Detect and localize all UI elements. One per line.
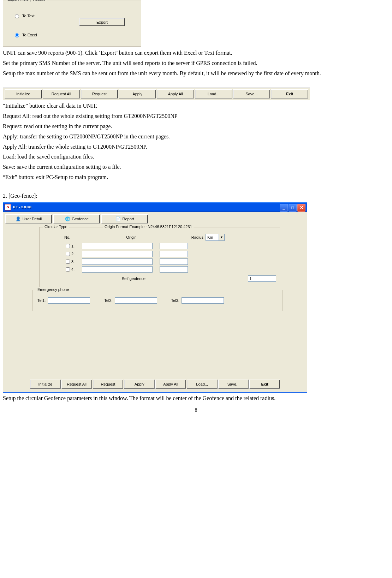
body-text: Apply All: transfer the whole setting to… bbox=[3, 143, 389, 151]
window-toolbar: Initialize Request All Request Apply App… bbox=[30, 380, 280, 389]
load-button[interactable]: Load... bbox=[187, 380, 218, 389]
row2-no: 2. bbox=[71, 252, 82, 256]
chevron-down-icon: ▼ bbox=[219, 234, 224, 240]
close-icon: ✕ bbox=[300, 205, 303, 210]
initialize-button[interactable]: Initialize bbox=[30, 380, 61, 389]
window-title: GT-2000 bbox=[13, 205, 32, 209]
apply-button[interactable]: Apply bbox=[124, 380, 155, 389]
save-button[interactable]: Save... bbox=[233, 89, 271, 99]
row1-radius-input[interactable] bbox=[160, 243, 188, 249]
section-heading: 2. [Geo-fence]: bbox=[3, 192, 389, 201]
minimize-button[interactable]: _ bbox=[280, 204, 288, 212]
origin-example-text: Origin Format Example : N2446.5321E12120… bbox=[103, 225, 194, 229]
row2-origin-input[interactable] bbox=[82, 251, 153, 257]
request-all-button[interactable]: Request All bbox=[43, 89, 80, 99]
radio-to-excel[interactable]: To Excel bbox=[13, 32, 37, 37]
circular-type-groupbox: Circular Type Origin Format Example : N2… bbox=[39, 227, 280, 287]
tel1-label: Tel1: bbox=[37, 298, 46, 303]
row3-checkbox[interactable] bbox=[66, 260, 70, 264]
tel3-label: Tel3: bbox=[171, 298, 179, 303]
apply-all-button[interactable]: Apply All bbox=[157, 89, 194, 99]
body-text: “Exit” button: exit PC-Setup to main pro… bbox=[3, 173, 389, 182]
row4-radius-input[interactable] bbox=[160, 266, 188, 273]
report-icon: 📄 bbox=[115, 216, 121, 222]
gt2000-window: G GT-2000 _ □ ✕ 👤 User Detail 🌐 Geofence bbox=[3, 202, 307, 393]
radius-unit-value: Km bbox=[207, 235, 213, 239]
radio-to-excel-input[interactable] bbox=[15, 33, 19, 37]
close-button[interactable]: ✕ bbox=[297, 204, 305, 212]
tel3-input[interactable] bbox=[182, 297, 224, 304]
radio-to-text-label: To Text bbox=[22, 14, 35, 18]
self-geofence-label: Self geofence bbox=[43, 276, 153, 281]
radius-header: Radius bbox=[167, 235, 206, 239]
emergency-legend: Emergency phone bbox=[36, 287, 70, 292]
export-button[interactable]: Export bbox=[79, 18, 125, 26]
body-text: Save: save the current configuration set… bbox=[3, 163, 389, 172]
tab-user-detail[interactable]: 👤 User Detail bbox=[5, 214, 52, 224]
request-button[interactable]: Request bbox=[81, 89, 118, 99]
circular-legend: Circular Type bbox=[43, 225, 69, 229]
body-text: Load: load the saved configuration files… bbox=[3, 153, 389, 161]
body-text: Request All: read out the whole existing… bbox=[3, 112, 389, 121]
tabs-row: 👤 User Detail 🌐 Geofence 📄 Report bbox=[5, 214, 305, 224]
globe-icon: 🌐 bbox=[65, 216, 70, 222]
row3-origin-input[interactable] bbox=[82, 258, 153, 265]
apply-all-button[interactable]: Apply All bbox=[155, 380, 186, 389]
row2-checkbox[interactable] bbox=[66, 252, 70, 256]
tab-report[interactable]: 📄 Report bbox=[101, 214, 148, 224]
minimize-icon: _ bbox=[283, 205, 285, 210]
self-geofence-input[interactable] bbox=[248, 275, 276, 282]
body-text: Setup the circular Geofence parameters i… bbox=[3, 394, 389, 403]
request-all-button[interactable]: Request All bbox=[61, 380, 92, 389]
save-button[interactable]: Save... bbox=[218, 380, 249, 389]
apply-button[interactable]: Apply bbox=[119, 89, 156, 99]
radio-to-text-input[interactable] bbox=[15, 14, 19, 18]
tel2-input[interactable] bbox=[115, 297, 157, 304]
body-text: Setup the max number of the SMS can be s… bbox=[3, 69, 389, 78]
emergency-phone-groupbox: Emergency phone Tel1: Tel2: Tel3: bbox=[32, 290, 283, 311]
row1-origin-input[interactable] bbox=[82, 243, 153, 249]
maximize-icon: □ bbox=[291, 205, 294, 210]
exit-button[interactable]: Exit bbox=[271, 89, 308, 99]
row4-no: 4. bbox=[71, 267, 82, 272]
tab-geofence[interactable]: 🌐 Geofence bbox=[53, 214, 100, 224]
tel1-input[interactable] bbox=[48, 297, 90, 304]
page-number: 8 bbox=[3, 407, 389, 413]
no-header: No. bbox=[64, 235, 96, 239]
row1-checkbox[interactable] bbox=[66, 244, 70, 248]
user-icon: 👤 bbox=[16, 216, 21, 222]
row4-checkbox[interactable] bbox=[66, 267, 70, 272]
radius-unit-select[interactable]: Km ▼ bbox=[206, 234, 225, 241]
tel2-label: Tel2: bbox=[104, 298, 112, 303]
main-toolbar: Initialize Request All Request Apply App… bbox=[3, 88, 310, 100]
row3-no: 3. bbox=[71, 260, 82, 264]
titlebar[interactable]: G GT-2000 _ □ ✕ bbox=[3, 202, 307, 212]
row2-radius-input[interactable] bbox=[160, 251, 188, 257]
app-icon: G bbox=[5, 204, 11, 210]
origin-header: Origin bbox=[96, 235, 167, 239]
initialize-button[interactable]: Initialize bbox=[5, 89, 42, 99]
export-legend: Export History Record bbox=[6, 0, 47, 1]
tab-label: Geofence bbox=[72, 217, 89, 221]
request-button[interactable]: Request bbox=[93, 380, 124, 389]
row1-no: 1. bbox=[71, 244, 82, 248]
tab-label: Report bbox=[122, 217, 134, 221]
body-text: “Initialize” button: clear all data in U… bbox=[3, 102, 389, 111]
maximize-button[interactable]: □ bbox=[289, 204, 297, 212]
body-text: Set the primary SMS Number of the server… bbox=[3, 59, 389, 68]
row3-radius-input[interactable] bbox=[160, 258, 188, 265]
export-history-groupbox: Export History Record To Text To Excel E… bbox=[3, 0, 141, 47]
load-button[interactable]: Load... bbox=[195, 89, 232, 99]
body-text: UNIT can save 900 reports (900-1). Click… bbox=[3, 49, 389, 58]
body-text: Request: read out the setting in the cur… bbox=[3, 122, 389, 131]
body-text: Apply: transfer the setting to GT2000NP/… bbox=[3, 132, 389, 141]
radio-to-excel-label: To Excel bbox=[22, 33, 37, 37]
radio-to-text[interactable]: To Text bbox=[13, 13, 35, 18]
exit-button[interactable]: Exit bbox=[249, 380, 280, 389]
tab-label: User Detail bbox=[23, 217, 42, 221]
row4-origin-input[interactable] bbox=[82, 266, 153, 273]
